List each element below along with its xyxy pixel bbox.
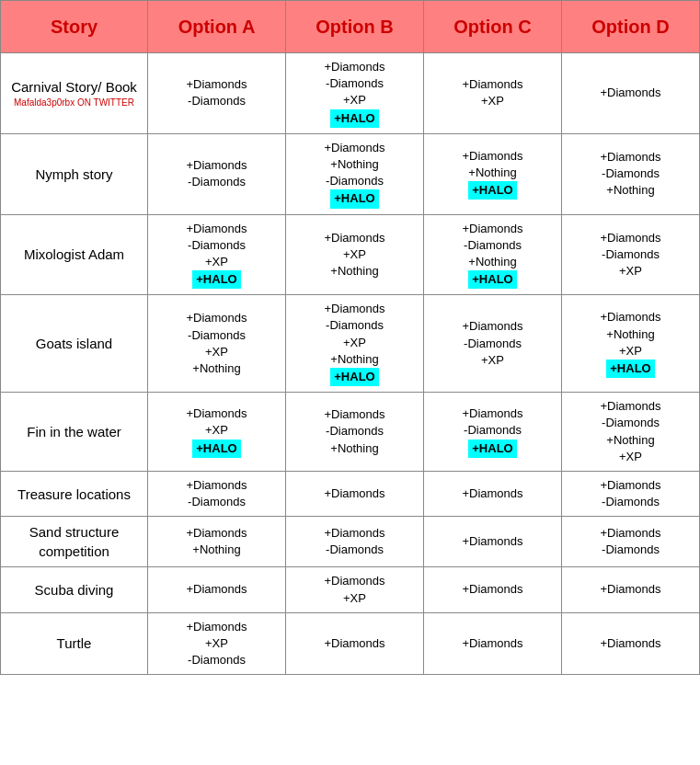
- table-cell: +Diamonds: [562, 53, 700, 134]
- halo-badge: +HALO: [330, 189, 378, 208]
- header-option-a: Option A: [148, 1, 286, 53]
- table-row: Sand structure competition+Diamonds+Noth…: [1, 517, 700, 567]
- table-cell: +Diamonds+Nothing: [148, 517, 286, 567]
- story-cell: Treasure locations: [1, 471, 148, 516]
- table-cell: +Diamonds-Diamonds+XP: [562, 214, 700, 295]
- table-row: Carnival Story/ BookMafalda3p0rbx ON TWI…: [1, 53, 700, 134]
- twitter-note: Mafalda3p0rbx ON TWITTER: [5, 97, 143, 109]
- table-cell: +Diamonds-Diamonds+Nothing: [286, 393, 424, 472]
- table-cell: +Diamonds-Diamonds: [148, 471, 286, 516]
- table-cell: +Diamonds+Nothing+XP+HALO: [562, 295, 700, 393]
- table-cell: +Diamonds: [286, 612, 424, 675]
- table-row: Scuba diving+Diamonds+Diamonds+XP+Diamon…: [1, 567, 700, 612]
- header-story: Story: [1, 1, 148, 53]
- table-cell: +Diamonds+Nothing-Diamonds+HALO: [286, 133, 424, 214]
- table-cell: +Diamonds-Diamonds+Nothing+XP: [562, 393, 700, 472]
- table-cell: +Diamonds+XP+HALO: [148, 393, 286, 472]
- story-cell: Scuba diving: [1, 567, 148, 612]
- header-option-d: Option D: [562, 1, 700, 53]
- table-cell: +Diamonds: [562, 567, 700, 612]
- halo-badge: +HALO: [330, 368, 378, 386]
- table-cell: +Diamonds-Diamonds+Nothing: [562, 133, 700, 214]
- table-row: Mixologist Adam+Diamonds-Diamonds+XP+HAL…: [1, 214, 700, 295]
- main-table: Story Option A Option B Option C Option …: [0, 0, 700, 675]
- table-cell: +Diamonds-Diamonds+XP: [424, 295, 562, 393]
- table-row: Turtle+Diamonds+XP-Diamonds+Diamonds+Dia…: [1, 612, 700, 675]
- table-cell: +Diamonds: [424, 567, 562, 612]
- table-cell: +Diamonds-Diamonds: [562, 517, 700, 567]
- table-cell: +Diamonds+XP: [424, 53, 562, 134]
- halo-badge: +HALO: [192, 270, 240, 289]
- header-option-c: Option C: [424, 1, 562, 53]
- table-cell: +Diamonds-Diamonds: [562, 471, 700, 516]
- table-row: Fin in the water+Diamonds+XP+HALO+Diamon…: [1, 393, 700, 472]
- table-cell: +Diamonds-Diamonds+XP+HALO: [148, 214, 286, 295]
- table-row: Treasure locations+Diamonds-Diamonds+Dia…: [1, 471, 700, 516]
- table-cell: +Diamonds-Diamonds+Nothing+HALO: [424, 214, 562, 295]
- story-cell: Sand structure competition: [1, 517, 148, 567]
- halo-badge: +HALO: [606, 360, 654, 378]
- table-cell: +Diamonds+XP+Nothing: [286, 214, 424, 295]
- table-cell: +Diamonds: [286, 471, 424, 516]
- table-cell: +Diamonds: [424, 517, 562, 567]
- table-cell: +Diamonds-Diamonds+HALO: [424, 393, 562, 472]
- table-cell: +Diamonds-Diamonds: [148, 133, 286, 214]
- story-cell: Goats island: [1, 295, 148, 393]
- story-cell: Turtle: [1, 612, 148, 675]
- halo-badge: +HALO: [330, 109, 378, 128]
- table-cell: +Diamonds+XP: [286, 567, 424, 612]
- table-cell: +Diamonds: [424, 612, 562, 675]
- table-cell: +Diamonds+XP-Diamonds: [148, 612, 286, 675]
- story-cell: Nymph story: [1, 133, 148, 214]
- table-cell: +Diamonds-Diamonds+XP+Nothing+HALO: [286, 295, 424, 393]
- table-cell: +Diamonds-Diamonds+XP+HALO: [286, 53, 424, 134]
- table-cell: +Diamonds: [148, 567, 286, 612]
- table-cell: +Diamonds-Diamonds: [286, 517, 424, 567]
- story-cell: Fin in the water: [1, 393, 148, 472]
- story-cell: Mixologist Adam: [1, 214, 148, 295]
- header-option-b: Option B: [286, 1, 424, 53]
- halo-badge: +HALO: [468, 440, 516, 458]
- table-cell: +Diamonds-Diamonds: [148, 53, 286, 134]
- table-cell: +Diamonds: [424, 471, 562, 516]
- halo-badge: +HALO: [468, 181, 516, 200]
- table-row: Goats island+Diamonds-Diamonds+XP+Nothin…: [1, 295, 700, 393]
- table-cell: +Diamonds: [562, 612, 700, 675]
- table-cell: +Diamonds+Nothing+HALO: [424, 133, 562, 214]
- table-cell: +Diamonds-Diamonds+XP+Nothing: [148, 295, 286, 393]
- story-cell: Carnival Story/ BookMafalda3p0rbx ON TWI…: [1, 53, 148, 134]
- halo-badge: +HALO: [468, 270, 516, 289]
- halo-badge: +HALO: [192, 440, 240, 458]
- table-row: Nymph story+Diamonds-Diamonds+Diamonds+N…: [1, 133, 700, 214]
